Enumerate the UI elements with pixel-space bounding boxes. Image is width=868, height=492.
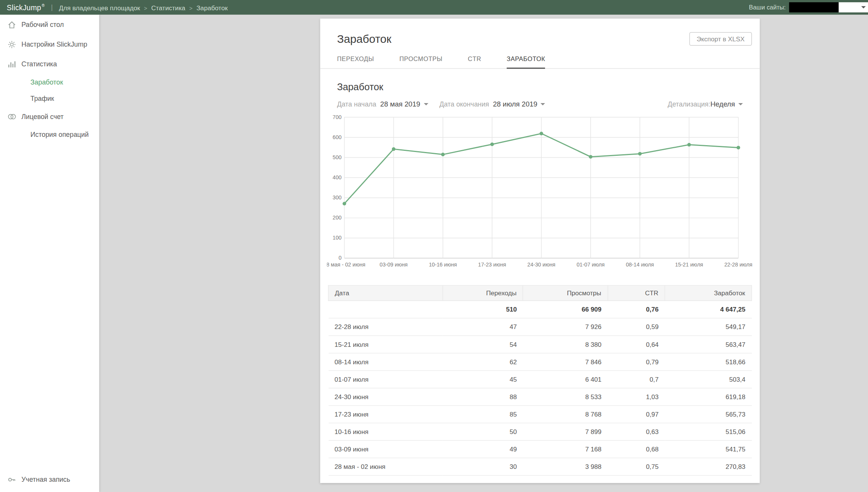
content-panel: Заработок Экспорт в XLSX ПЕРЕХОДЫПРОСМОТ… [320, 19, 760, 483]
earnings-chart: 010020030040050060070028 мая - 02 июня03… [327, 113, 743, 271]
svg-text:01-07 июля: 01-07 июля [577, 262, 605, 268]
page-title: Заработок [337, 33, 391, 45]
detail-label: Детализация: [668, 100, 711, 108]
column-header: Дата [328, 285, 443, 301]
cell-value: 8 768 [523, 406, 608, 423]
slickjump-logo[interactable]: SlickJump® [7, 3, 45, 11]
svg-text:600: 600 [333, 134, 342, 140]
detail-select[interactable]: Неделя [710, 100, 743, 108]
table-row: 08-14 июля627 8460,79518,66 [328, 353, 752, 371]
cell-value: 7 899 [523, 423, 608, 440]
registered-mark: ® [42, 3, 45, 7]
sidebar-item-logout[interactable]: Выход [0, 489, 99, 492]
table-row: 10-16 июня507 8990,63515,06 [328, 423, 752, 440]
end-date-value: 28 июля 2019 [493, 100, 537, 108]
cell-value: 0,76 [608, 301, 665, 318]
sidebar-item-label: Лицевой счет [22, 113, 64, 121]
end-date-select[interactable]: 28 июля 2019 [493, 100, 545, 108]
cell-value: 4 647,25 [665, 301, 752, 318]
detail-value: Неделя [710, 100, 735, 108]
sidebar: Рабочий столНастройки SlickJumpСтатистик… [0, 15, 99, 492]
wallet-icon [7, 112, 16, 121]
sidebar-item-desktop[interactable]: Рабочий стол [0, 15, 99, 34]
stats-table: ДатаПереходыПросмотрыCTRЗаработок51066 9… [328, 285, 752, 476]
cell-value: 0,79 [608, 353, 665, 371]
section-title: Заработок [337, 82, 743, 93]
sidebar-item-user-account[interactable]: Учетная запись [0, 470, 99, 489]
cell-date: 24-30 июня [328, 388, 443, 406]
cell-date: 22-28 июля [328, 318, 443, 335]
cell-date: 17-23 июня [328, 406, 443, 423]
column-header: Заработок [665, 285, 752, 301]
chevron-down-icon [424, 103, 428, 105]
sidebar-item-label: Учетная запись [22, 475, 71, 483]
table-row: 01-07 июля456 4010,7503,4 [328, 371, 752, 388]
chevron-down-icon [738, 103, 743, 105]
chevron-down-icon [541, 103, 545, 105]
cell-value: 49 [443, 440, 523, 458]
cell-value: 0,7 [608, 371, 665, 388]
breadcrumb-statistics[interactable]: Статистика [151, 5, 185, 11]
cell-value: 503,4 [665, 371, 752, 388]
site-select[interactable] [839, 2, 868, 13]
cell-value: 0,64 [608, 336, 665, 353]
gear-icon [7, 40, 16, 49]
sidebar-item-account[interactable]: Лицевой счет [0, 107, 99, 126]
sidebar-item-label: Настройки SlickJump [22, 40, 88, 48]
sidebar-item-earnings[interactable]: Заработок [0, 74, 99, 90]
panel-body: Заработок Дата начала 28 мая 2019 Дата о… [320, 82, 760, 476]
cell-value: 0,97 [608, 406, 665, 423]
sidebar-item-label: Рабочий стол [22, 20, 64, 28]
sidebar-item-label: Заработок [30, 78, 63, 86]
tab-ctr[interactable]: CTR [468, 55, 481, 68]
cell-value: 515,06 [665, 423, 752, 440]
column-header: CTR [608, 285, 665, 301]
breadcrumb-owners[interactable]: Для владельцев площадок [59, 5, 140, 11]
sidebar-item-settings[interactable]: Настройки SlickJump [0, 34, 99, 54]
cell-value: 619,18 [665, 388, 752, 406]
start-date-select[interactable]: 28 мая 2019 [380, 100, 428, 108]
cell-value: 0,63 [608, 423, 665, 440]
svg-text:200: 200 [333, 215, 342, 221]
svg-text:08-14 июля: 08-14 июля [626, 262, 654, 268]
cell-value: 54 [443, 336, 523, 353]
home-icon [7, 20, 16, 29]
table-row: 03-09 июня497 1680,68541,75 [328, 440, 752, 458]
cell-value: 1,03 [608, 388, 665, 406]
table-row: 17-23 июня858 7680,97565,73 [328, 406, 752, 423]
export-xlsx-button[interactable]: Экспорт в XLSX [689, 32, 752, 46]
sidebar-item-label: Трафик [30, 94, 54, 102]
cell-value: 30 [443, 458, 523, 475]
svg-text:22-28 июля: 22-28 июля [724, 262, 752, 268]
sidebar-item-label: Статистика [22, 60, 57, 68]
svg-text:15-21 июля: 15-21 июля [675, 262, 703, 268]
earnings-line-chart: 010020030040050060070028 мая - 02 июня03… [327, 113, 755, 269]
cell-value: 88 [443, 388, 523, 406]
breadcrumb-earnings[interactable]: Заработок [196, 5, 227, 11]
cell-value: 541,75 [665, 440, 752, 458]
cell-date: 01-07 июля [328, 371, 443, 388]
filters-row: Дата начала 28 мая 2019 Дата окончания 2… [337, 100, 743, 108]
cell-value: 45 [443, 371, 523, 388]
sidebar-item-statistics[interactable]: Статистика [0, 54, 99, 74]
sidebar-item-operations-history[interactable]: История операций [0, 126, 99, 143]
tab-transitions[interactable]: ПЕРЕХОДЫ [337, 55, 374, 68]
tab-earnings[interactable]: ЗАРАБОТОК [507, 55, 545, 69]
logo-text: SlickJump [7, 3, 41, 11]
end-date-label: Дата окончания [439, 100, 489, 108]
breadcrumb-separator: > [189, 5, 193, 11]
sidebar-item-traffic[interactable]: Трафик [0, 90, 99, 107]
svg-text:400: 400 [333, 174, 342, 180]
tab-views[interactable]: ПРОСМОТРЫ [400, 55, 443, 68]
breadcrumb: Для владельцев площадок>Статистика>Зараб… [59, 2, 227, 13]
cell-value: 565,73 [665, 406, 752, 423]
cell-value: 7 926 [523, 318, 608, 335]
cell-value: 85 [443, 406, 523, 423]
cell-value: 66 909 [523, 301, 608, 318]
cell-value: 47 [443, 318, 523, 335]
cell-value: 563,47 [665, 336, 752, 353]
sites-label: Ваши сайты: [749, 4, 786, 11]
table-header-row: ДатаПереходыПросмотрыCTRЗаработок [328, 285, 752, 301]
key-icon [7, 475, 16, 484]
topbar: SlickJump® | Для владельцев площадок>Ста… [0, 0, 868, 15]
